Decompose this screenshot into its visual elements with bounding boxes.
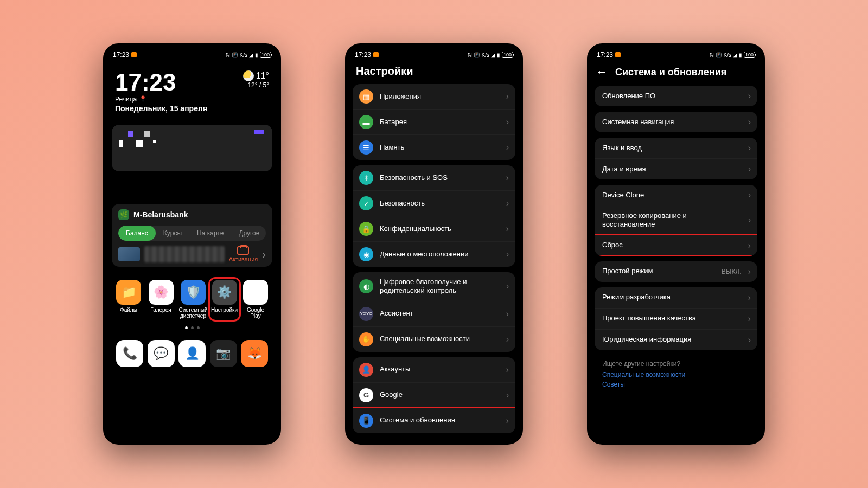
bank-tab-other[interactable]: Другое bbox=[231, 226, 266, 241]
row-quality-project[interactable]: Проект повышения качества› bbox=[595, 308, 757, 329]
location-icon: ◉ bbox=[359, 247, 373, 261]
phone-update-icon: 📱 bbox=[359, 414, 373, 428]
sos-icon: ✳ bbox=[359, 171, 373, 185]
chevron-right-icon: › bbox=[748, 143, 751, 153]
folder-icon bbox=[237, 246, 249, 255]
settings-row-assistant[interactable]: YOYOАссистент› bbox=[353, 301, 515, 326]
phone-system-updates: 17:23 ℕ📳K/s◢▮100 ← Система и обновления … bbox=[587, 43, 765, 445]
vibrate-icon: 📳 bbox=[474, 52, 480, 58]
wellbeing-icon: ◐ bbox=[359, 279, 373, 293]
status-time: 17:23 bbox=[113, 51, 129, 59]
chevron-right-icon: › bbox=[748, 267, 751, 277]
weather-temp: 11° bbox=[256, 71, 269, 81]
row-date-time[interactable]: Дата и время› bbox=[595, 158, 757, 179]
row-simple-mode[interactable]: Простой режимВЫКЛ.› bbox=[595, 261, 757, 282]
bank-tab-map[interactable]: На карте bbox=[189, 226, 231, 241]
row-device-clone[interactable]: Device Clone› bbox=[595, 185, 757, 206]
apps-grid-icon: ▦ bbox=[359, 89, 373, 104]
status-bar: 17:23 ℕ📳K/s◢▮100 bbox=[349, 50, 519, 62]
row-reset[interactable]: Сброс› bbox=[595, 235, 757, 256]
row-language-input[interactable]: Язык и ввод› bbox=[595, 138, 757, 158]
chevron-right-icon[interactable]: › bbox=[262, 248, 266, 261]
status-bar: 17:23 ℕ📳K/s◢▮100 bbox=[591, 50, 761, 62]
wifi-icon: ◢ bbox=[249, 52, 253, 58]
clock-widget-date: Понедельник, 15 апреля bbox=[115, 104, 207, 113]
row-software-update[interactable]: Обновление ПО› bbox=[595, 86, 757, 106]
storage-icon: ☰ bbox=[359, 140, 373, 155]
location-pin-icon: 📍 bbox=[139, 95, 147, 103]
nfc-icon: ℕ bbox=[468, 52, 472, 58]
phone-settings: 17:23 ℕ📳K/s◢▮100 Настройки ▦Приложения› … bbox=[345, 43, 523, 445]
signal-icon: ▮ bbox=[739, 52, 742, 58]
status-time: 17:23 bbox=[597, 51, 613, 59]
app-gallery[interactable]: 🌸Галерея bbox=[146, 280, 176, 319]
settings-row-about-phone[interactable]: ⓘО телефоне› bbox=[353, 439, 515, 440]
bank-widget[interactable]: 🌿M-Belarusbank Баланс Курсы На карте Дру… bbox=[112, 204, 272, 267]
chevron-right-icon: › bbox=[506, 281, 509, 291]
settings-row-security-sos[interactable]: ✳Безопасность и SOS› bbox=[353, 165, 515, 190]
page-title: Система и обновления bbox=[615, 67, 726, 78]
settings-row-apps[interactable]: ▦Приложения› bbox=[353, 84, 515, 109]
chevron-right-icon: › bbox=[506, 92, 509, 101]
row-legal-info[interactable]: Юридическая информация› bbox=[595, 329, 757, 350]
settings-row-battery[interactable]: ▬Батарея› bbox=[353, 109, 515, 134]
simple-mode-value: ВЫКЛ. bbox=[722, 268, 742, 275]
data-rate: K/s bbox=[724, 52, 731, 58]
dock-camera[interactable]: 📷 bbox=[210, 340, 237, 367]
bank-tabs: Баланс Курсы На карте Другое bbox=[118, 226, 266, 241]
dock: 📞 💬 👤 📷 🦊 bbox=[112, 340, 272, 367]
app-files[interactable]: 📁Файлы bbox=[114, 280, 143, 319]
battery-icon: 100 bbox=[260, 52, 271, 58]
app-system-manager[interactable]: 🛡️Системный диспетчер bbox=[178, 280, 208, 319]
bank-activation-button[interactable]: Активация bbox=[229, 246, 258, 262]
settings-row-accounts[interactable]: 👤Аккаунты› bbox=[353, 357, 515, 382]
chevron-right-icon: › bbox=[748, 241, 751, 251]
lock-icon: 🔒 bbox=[359, 222, 373, 236]
settings-row-location[interactable]: ◉Данные о местоположении› bbox=[353, 241, 515, 267]
page-title: Настройки bbox=[349, 62, 519, 84]
footer-link-accessibility[interactable]: Специальные возможности bbox=[602, 371, 750, 378]
settings-row-storage[interactable]: ☰Память› bbox=[353, 134, 515, 160]
settings-row-accessibility[interactable]: ✋Специальные возможности› bbox=[353, 326, 515, 352]
signal-icon: ▮ bbox=[255, 52, 258, 58]
bank-tab-balance[interactable]: Баланс bbox=[118, 226, 156, 241]
footer-link-tips[interactable]: Советы bbox=[602, 381, 750, 388]
vibrate-icon: 📳 bbox=[232, 52, 238, 58]
settings-row-system-updates[interactable]: 📱Система и обновления› bbox=[353, 408, 515, 433]
chevron-right-icon: › bbox=[748, 91, 751, 101]
recording-indicator-icon bbox=[131, 52, 137, 57]
row-system-navigation[interactable]: Системная навигация› bbox=[595, 112, 757, 132]
footer-question: Ищете другие настройки? bbox=[602, 360, 750, 368]
recording-indicator-icon bbox=[373, 52, 379, 57]
weather-widget[interactable]: 11° 12° / 5° bbox=[243, 70, 269, 113]
settings-row-privacy[interactable]: 🔒Конфиденциальность› bbox=[353, 216, 515, 241]
settings-row-security[interactable]: ✓Безопасность› bbox=[353, 190, 515, 216]
settings-row-google[interactable]: GGoogle› bbox=[353, 382, 515, 408]
app-google-play[interactable]: ▶Google Play bbox=[241, 280, 270, 319]
chevron-right-icon: › bbox=[506, 117, 509, 127]
chevron-right-icon: › bbox=[506, 143, 509, 152]
music-widget[interactable] bbox=[112, 125, 272, 171]
google-icon: G bbox=[359, 388, 373, 402]
settings-row-digital-wellbeing[interactable]: ◐Цифровое благополучие и родительский ко… bbox=[353, 272, 515, 301]
chevron-right-icon: › bbox=[506, 198, 509, 208]
chevron-right-icon: › bbox=[506, 224, 509, 234]
row-backup-restore[interactable]: Резервное копирование и восстановление› bbox=[595, 206, 757, 235]
status-time: 17:23 bbox=[355, 51, 371, 59]
bank-tab-rates[interactable]: Курсы bbox=[156, 226, 189, 241]
dock-messages[interactable]: 💬 bbox=[148, 340, 175, 367]
row-developer-mode[interactable]: Режим разработчика› bbox=[595, 287, 757, 308]
shield-icon: ✓ bbox=[359, 196, 373, 210]
clock-widget-time[interactable]: 17:23 bbox=[115, 70, 207, 94]
bank-logo-icon: 🌿 bbox=[118, 209, 129, 220]
chevron-right-icon: › bbox=[506, 309, 509, 319]
dock-contacts[interactable]: 👤 bbox=[178, 340, 206, 367]
dock-firefox[interactable]: 🦊 bbox=[241, 340, 268, 367]
back-arrow-icon[interactable]: ← bbox=[596, 65, 608, 79]
chevron-right-icon: › bbox=[748, 314, 751, 324]
dock-phone[interactable]: 📞 bbox=[116, 340, 143, 367]
vibrate-icon: 📳 bbox=[716, 52, 722, 58]
nfc-icon: ℕ bbox=[226, 52, 230, 58]
status-bar: 17:23 ℕ 📳 K/s ◢ ▮ 100 bbox=[107, 50, 277, 62]
app-settings[interactable]: ⚙️Настройки bbox=[210, 279, 239, 320]
